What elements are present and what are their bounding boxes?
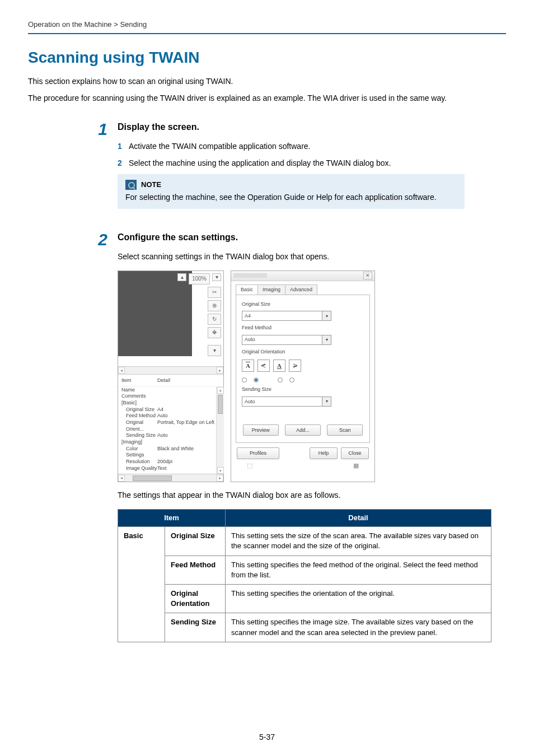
grid-small-icon: ▦ [353, 461, 359, 470]
note-box: NOTE For selecting the machine, see the … [118, 174, 465, 209]
move-icon[interactable]: ✥ [208, 327, 221, 338]
col-item-header: Item [121, 377, 157, 384]
th-item: Item [118, 510, 226, 527]
feed-method-label: Feed Method [242, 324, 364, 332]
dialog-title [233, 273, 267, 278]
chevron-down-icon[interactable]: ▾ [322, 311, 331, 320]
tab-advanced[interactable]: Advanced [285, 284, 317, 295]
orient-radio-1[interactable] [242, 377, 247, 382]
twain-dialog-screenshot: ▴ 100% ▾ ✂ ⊕ ↻ ✥ ▾ ◂▸ [118, 270, 375, 483]
close-button[interactable]: Close [341, 447, 369, 459]
orientation-label: Original Orientation [242, 348, 364, 356]
intro-paragraph-2: The procedure for scanning using the TWA… [28, 93, 506, 104]
cell-sending-size: Sending Size [165, 613, 226, 642]
substep-2-text: Select the machine using the application… [129, 158, 506, 169]
cell-feed-method: Feed Method [165, 556, 226, 584]
table-intro: The settings that appear in the TWAIN di… [118, 490, 506, 501]
col-detail-header: Detail [157, 377, 170, 384]
cell-original-orientation: Original Orientation [165, 584, 226, 613]
breadcrumb: Operation on the Machine > Sending [28, 20, 506, 30]
substep-2-num: 2 [118, 158, 129, 169]
tab-imaging[interactable]: Imaging [257, 284, 285, 295]
step-number-2: 2 [98, 231, 107, 248]
divider [28, 33, 506, 34]
orient-landscape-right-icon[interactable]: A [289, 360, 301, 372]
orient-landscape-left-icon[interactable]: A [257, 360, 270, 372]
orient-radio-2[interactable] [254, 377, 259, 382]
profiles-button[interactable]: Profiles [237, 447, 279, 459]
note-body: For selecting the machine, see the Opera… [125, 192, 457, 203]
row-feed-k: Feed Method [126, 413, 157, 419]
rotate-icon[interactable]: ↻ [208, 314, 221, 325]
preview-hscroll[interactable]: ◂▸ [118, 366, 223, 374]
zoom-value[interactable]: 100% [189, 273, 210, 284]
cell-original-size-detail: This setting sets the size of the scan a… [226, 527, 491, 556]
row-orig-size-k: Original Size [126, 407, 157, 413]
sending-size-select[interactable]: Auto▾ [242, 396, 331, 407]
page-number: 5-37 [28, 732, 506, 743]
row-imaging-group: [Imaging] [121, 439, 157, 446]
cell-sending-size-detail: This setting specifies the image size. T… [226, 613, 491, 642]
row-orig-size-v: A4 [157, 407, 163, 413]
row-color-v: Black and White [157, 446, 194, 459]
original-size-label: Original Size [242, 301, 364, 308]
orient-portrait-top-icon[interactable]: A [242, 360, 254, 372]
row-res-v: 200dpi [157, 459, 172, 465]
preview-panel: ▴ 100% ▾ ✂ ⊕ ↻ ✥ ▾ ◂▸ [118, 270, 224, 483]
close-icon[interactable]: ✕ [363, 272, 372, 279]
note-icon [125, 180, 137, 190]
cell-basic: Basic [118, 527, 165, 642]
row-name: Name [121, 387, 157, 394]
row-orient-v: Portrait, Top Edge on Left [157, 419, 214, 432]
scroll-down-icon[interactable]: ▾ [208, 345, 221, 356]
settings-hscroll[interactable]: ◂▸ [118, 474, 223, 482]
add-button[interactable]: Add... [285, 424, 321, 436]
row-orient-k: Original Orient... [126, 419, 157, 432]
step-2-heading: Configure the scan settings. [118, 231, 506, 244]
row-iq-k: Image Quality [126, 465, 157, 472]
scroll-up-icon[interactable]: ▴ [177, 273, 186, 281]
settings-vscroll[interactable]: ▴ ▾ [216, 387, 224, 474]
row-feed-v: Auto [157, 413, 168, 419]
orient-radio-4[interactable] [289, 377, 294, 382]
preview-button[interactable]: Preview [243, 424, 279, 436]
step-2-intro: Select scanning settings in the TWAIN di… [118, 251, 506, 263]
step-number-1: 1 [98, 121, 107, 138]
orient-radio-3[interactable] [278, 377, 283, 382]
row-iq-v: Text [157, 465, 167, 472]
tab-basic[interactable]: Basic [236, 284, 258, 295]
row-send-v: Auto [157, 432, 168, 439]
settings-dialog: ✕ Basic Imaging Advanced Original Size A… [231, 270, 375, 483]
page-title: Scanning using TWAIN [28, 46, 506, 68]
feed-method-select[interactable]: Auto▾ [242, 335, 331, 345]
row-color-k: Color Settings [126, 446, 157, 459]
original-size-select[interactable]: A4▾ [242, 311, 331, 321]
th-detail: Detail [226, 510, 491, 527]
zoom-dropdown-icon[interactable]: ▾ [212, 273, 221, 281]
row-basic-group: [Basic] [121, 400, 157, 407]
settings-table: Item Detail Basic Original Size This set… [118, 509, 491, 642]
substep-1-num: 1 [118, 141, 129, 152]
scan-button[interactable]: Scan [327, 424, 363, 436]
row-comments: Comments [121, 393, 157, 400]
row-send-k: Sending Size [126, 432, 157, 439]
chevron-down-icon[interactable]: ▾ [322, 397, 331, 406]
cell-original-size: Original Size [165, 527, 226, 556]
intro-paragraph-1: This section explains how to scan an ori… [28, 76, 506, 87]
crop-icon[interactable]: ✂ [208, 287, 221, 298]
crop-small-icon: ⬚ [247, 461, 252, 470]
chevron-down-icon[interactable]: ▾ [322, 335, 331, 344]
cell-feed-method-detail: This setting specifies the feed method o… [226, 556, 491, 584]
cell-original-orientation-detail: This setting specifies the orientation o… [226, 584, 491, 613]
orient-portrait-bottom-icon[interactable]: A [273, 360, 285, 372]
help-button[interactable]: Help [310, 447, 338, 459]
row-res-k: Resolution [126, 459, 157, 465]
sending-size-label: Sending Size [242, 386, 364, 393]
note-title: NOTE [141, 180, 161, 190]
step-1-heading: Display the screen. [118, 121, 506, 133]
substep-1-text: Activate the TWAIN compatible applicatio… [129, 141, 506, 152]
zoom-in-icon[interactable]: ⊕ [208, 300, 221, 311]
